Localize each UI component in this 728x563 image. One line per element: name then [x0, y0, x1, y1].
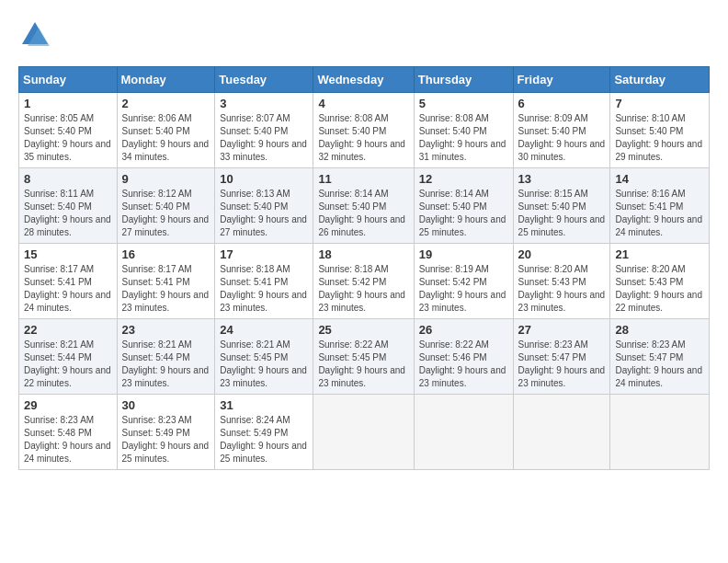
- day-number: 22: [24, 323, 112, 337]
- day-info: Sunrise: 8:23 AMSunset: 5:49 PMDaylight:…: [122, 415, 210, 464]
- day-number: 31: [220, 398, 308, 412]
- day-info: Sunrise: 8:18 AMSunset: 5:41 PMDaylight:…: [220, 264, 307, 313]
- day-number: 26: [419, 323, 508, 337]
- day-info: Sunrise: 8:12 AMSunset: 5:40 PMDaylight:…: [122, 189, 210, 237]
- calendar-day-cell: 25 Sunrise: 8:22 AMSunset: 5:45 PMDaylig…: [313, 319, 414, 395]
- day-number: 14: [615, 172, 704, 186]
- day-info: Sunrise: 8:11 AMSunset: 5:40 PMDaylight:…: [24, 189, 111, 237]
- calendar-header-cell: Tuesday: [215, 67, 313, 93]
- day-number: 18: [318, 247, 408, 261]
- calendar-day-cell: 14 Sunrise: 8:16 AMSunset: 5:41 PMDaylig…: [610, 168, 710, 244]
- calendar-day-cell: 26 Sunrise: 8:22 AMSunset: 5:46 PMDaylig…: [414, 319, 513, 395]
- day-number: 29: [24, 398, 112, 412]
- day-number: 17: [220, 247, 308, 261]
- calendar-day-cell: 8 Sunrise: 8:11 AMSunset: 5:40 PMDayligh…: [19, 168, 118, 244]
- day-info: Sunrise: 8:23 AMSunset: 5:47 PMDaylight:…: [518, 339, 606, 388]
- day-number: 9: [122, 172, 210, 186]
- calendar-day-cell: [313, 395, 414, 470]
- calendar-day-cell: 20 Sunrise: 8:20 AMSunset: 5:43 PMDaylig…: [513, 244, 610, 319]
- day-info: Sunrise: 8:22 AMSunset: 5:46 PMDaylight:…: [419, 339, 506, 388]
- day-number: 5: [419, 97, 508, 110]
- day-number: 24: [220, 323, 308, 337]
- day-number: 1: [24, 97, 112, 110]
- calendar-day-cell: [610, 395, 710, 470]
- day-number: 3: [220, 97, 308, 110]
- calendar-day-cell: 4 Sunrise: 8:08 AMSunset: 5:40 PMDayligh…: [313, 93, 414, 168]
- day-number: 12: [419, 172, 508, 186]
- calendar-day-cell: 21 Sunrise: 8:20 AMSunset: 5:43 PMDaylig…: [610, 244, 710, 319]
- calendar-day-cell: 12 Sunrise: 8:14 AMSunset: 5:40 PMDaylig…: [414, 168, 513, 244]
- day-info: Sunrise: 8:20 AMSunset: 5:43 PMDaylight:…: [615, 264, 702, 313]
- day-number: 11: [318, 172, 408, 186]
- calendar-week-row: 8 Sunrise: 8:11 AMSunset: 5:40 PMDayligh…: [19, 168, 710, 244]
- calendar-day-cell: 17 Sunrise: 8:18 AMSunset: 5:41 PMDaylig…: [215, 244, 313, 319]
- day-number: 2: [122, 97, 210, 110]
- calendar-day-cell: [513, 395, 610, 470]
- calendar-week-row: 1 Sunrise: 8:05 AMSunset: 5:40 PMDayligh…: [19, 93, 710, 168]
- day-number: 20: [518, 247, 606, 261]
- calendar-body: 1 Sunrise: 8:05 AMSunset: 5:40 PMDayligh…: [19, 93, 710, 470]
- calendar-day-cell: 6 Sunrise: 8:09 AMSunset: 5:40 PMDayligh…: [513, 93, 610, 168]
- day-info: Sunrise: 8:17 AMSunset: 5:41 PMDaylight:…: [24, 264, 111, 313]
- calendar-header-row: SundayMondayTuesdayWednesdayThursdayFrid…: [19, 67, 710, 93]
- calendar-day-cell: [414, 395, 513, 470]
- day-number: 13: [518, 172, 606, 186]
- day-number: 16: [122, 247, 210, 261]
- day-info: Sunrise: 8:08 AMSunset: 5:40 PMDaylight:…: [419, 113, 506, 162]
- day-number: 8: [24, 172, 112, 186]
- day-number: 7: [615, 97, 704, 110]
- day-info: Sunrise: 8:21 AMSunset: 5:45 PMDaylight:…: [220, 339, 307, 388]
- calendar-header-cell: Thursday: [414, 67, 513, 93]
- day-info: Sunrise: 8:14 AMSunset: 5:40 PMDaylight:…: [318, 189, 405, 237]
- calendar-header-cell: Saturday: [610, 67, 710, 93]
- day-info: Sunrise: 8:18 AMSunset: 5:42 PMDaylight:…: [318, 264, 405, 313]
- calendar-day-cell: 19 Sunrise: 8:19 AMSunset: 5:42 PMDaylig…: [414, 244, 513, 319]
- calendar-day-cell: 27 Sunrise: 8:23 AMSunset: 5:47 PMDaylig…: [513, 319, 610, 395]
- calendar-day-cell: 1 Sunrise: 8:05 AMSunset: 5:40 PMDayligh…: [19, 93, 118, 168]
- day-number: 4: [318, 97, 408, 110]
- day-info: Sunrise: 8:05 AMSunset: 5:40 PMDaylight:…: [24, 113, 111, 162]
- day-number: 27: [518, 323, 606, 337]
- calendar-header-cell: Wednesday: [313, 67, 414, 93]
- calendar-header-cell: Friday: [513, 67, 610, 93]
- calendar-day-cell: 23 Sunrise: 8:21 AMSunset: 5:44 PMDaylig…: [117, 319, 215, 395]
- day-info: Sunrise: 8:08 AMSunset: 5:40 PMDaylight:…: [318, 113, 405, 162]
- day-info: Sunrise: 8:21 AMSunset: 5:44 PMDaylight:…: [24, 339, 111, 388]
- calendar-day-cell: 3 Sunrise: 8:07 AMSunset: 5:40 PMDayligh…: [215, 93, 313, 168]
- calendar-week-row: 22 Sunrise: 8:21 AMSunset: 5:44 PMDaylig…: [19, 319, 710, 395]
- calendar-day-cell: 18 Sunrise: 8:18 AMSunset: 5:42 PMDaylig…: [313, 244, 414, 319]
- day-info: Sunrise: 8:20 AMSunset: 5:43 PMDaylight:…: [518, 264, 606, 313]
- day-info: Sunrise: 8:23 AMSunset: 5:47 PMDaylight:…: [615, 339, 702, 388]
- day-info: Sunrise: 8:06 AMSunset: 5:40 PMDaylight:…: [122, 113, 210, 162]
- calendar-day-cell: 16 Sunrise: 8:17 AMSunset: 5:41 PMDaylig…: [117, 244, 215, 319]
- day-info: Sunrise: 8:14 AMSunset: 5:40 PMDaylight:…: [419, 189, 506, 237]
- day-info: Sunrise: 8:19 AMSunset: 5:42 PMDaylight:…: [419, 264, 506, 313]
- calendar-day-cell: 5 Sunrise: 8:08 AMSunset: 5:40 PMDayligh…: [414, 93, 513, 168]
- day-info: Sunrise: 8:21 AMSunset: 5:44 PMDaylight:…: [122, 339, 210, 388]
- calendar-day-cell: 11 Sunrise: 8:14 AMSunset: 5:40 PMDaylig…: [313, 168, 414, 244]
- calendar-day-cell: 24 Sunrise: 8:21 AMSunset: 5:45 PMDaylig…: [215, 319, 313, 395]
- calendar-day-cell: 28 Sunrise: 8:23 AMSunset: 5:47 PMDaylig…: [610, 319, 710, 395]
- day-info: Sunrise: 8:16 AMSunset: 5:41 PMDaylight:…: [615, 189, 702, 237]
- day-number: 19: [419, 247, 508, 261]
- day-number: 21: [615, 247, 704, 261]
- calendar-day-cell: 13 Sunrise: 8:15 AMSunset: 5:40 PMDaylig…: [513, 168, 610, 244]
- calendar-day-cell: 9 Sunrise: 8:12 AMSunset: 5:40 PMDayligh…: [117, 168, 215, 244]
- calendar-table: SundayMondayTuesdayWednesdayThursdayFrid…: [18, 66, 710, 470]
- day-number: 6: [518, 97, 606, 110]
- calendar-day-cell: 31 Sunrise: 8:24 AMSunset: 5:49 PMDaylig…: [215, 395, 313, 470]
- day-info: Sunrise: 8:17 AMSunset: 5:41 PMDaylight:…: [122, 264, 210, 313]
- day-number: 10: [220, 172, 308, 186]
- calendar-header-cell: Sunday: [19, 67, 118, 93]
- calendar-day-cell: 7 Sunrise: 8:10 AMSunset: 5:40 PMDayligh…: [610, 93, 710, 168]
- logo: [18, 18, 55, 52]
- day-info: Sunrise: 8:09 AMSunset: 5:40 PMDaylight:…: [518, 113, 606, 162]
- day-number: 30: [122, 398, 210, 412]
- day-info: Sunrise: 8:23 AMSunset: 5:48 PMDaylight:…: [24, 415, 111, 464]
- day-info: Sunrise: 8:10 AMSunset: 5:40 PMDaylight:…: [615, 113, 702, 162]
- calendar-day-cell: 15 Sunrise: 8:17 AMSunset: 5:41 PMDaylig…: [19, 244, 118, 319]
- day-info: Sunrise: 8:13 AMSunset: 5:40 PMDaylight:…: [220, 189, 307, 237]
- day-number: 28: [615, 323, 704, 337]
- day-number: 15: [24, 247, 112, 261]
- day-number: 25: [318, 323, 408, 337]
